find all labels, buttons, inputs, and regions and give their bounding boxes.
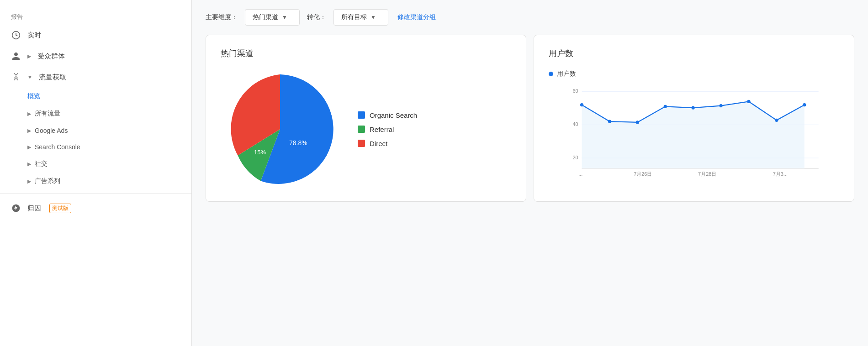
data-point-2: [636, 121, 639, 124]
main-content: 主要维度： 热门渠道 ▼ 转化： 所有目标 ▼ 修改渠道分组 热门渠道: [192, 0, 868, 346]
social-arrow: ▶: [27, 161, 31, 167]
sidebar: 报告 实时 ▶ 受众群体 ▼ 流量获取 概览: [0, 0, 192, 346]
line-chart-container: 60 40 20: [549, 85, 839, 177]
pie-chart-title: 热门渠道: [221, 48, 511, 59]
x-label-3: 7月3...: [773, 171, 788, 177]
pie-legend: Organic Search Referral Direct: [358, 111, 417, 147]
chart-legend-label: 用户数: [557, 70, 576, 78]
pie-chart-svg: 78.8% 15%: [221, 70, 339, 189]
pie-panel-inner: 78.8% 15% Organic Search Referral: [221, 70, 511, 189]
x-label-0: ...: [578, 171, 582, 177]
sidebar-item-all-traffic[interactable]: ▶ 所有流量: [0, 105, 191, 122]
attribution-label: 归因: [27, 204, 41, 213]
x-label-1: 7月26日: [634, 171, 652, 177]
primary-dimension-arrow: ▼: [282, 14, 287, 21]
x-label-2: 7月28日: [698, 171, 716, 177]
y-label-20: 20: [573, 155, 578, 160]
line-chart-panel: 用户数 用户数 60 40 20: [534, 35, 854, 202]
data-point-3: [664, 105, 667, 108]
pie-chart-panel: 热门渠道: [206, 35, 526, 202]
legend-label-referral: Referral: [370, 126, 394, 133]
sidebar-divider: [0, 194, 191, 194]
legend-label-direct: Direct: [370, 140, 387, 147]
conversion-arrow: ▼: [370, 14, 376, 21]
all-traffic-label: 所有流量: [35, 110, 60, 118]
primary-dimension-value: 热门渠道: [253, 13, 278, 21]
line-chart-area: [582, 101, 804, 168]
sidebar-item-social[interactable]: ▶ 社交: [0, 155, 191, 173]
legend-item-referral: Referral: [358, 126, 417, 133]
data-point-8: [803, 103, 806, 106]
conversion-label: 转化：: [307, 13, 326, 21]
y-label-40: 40: [573, 121, 578, 127]
conversion-value: 所有目标: [341, 13, 367, 21]
overview-label: 概览: [27, 92, 40, 100]
legend-color-referral: [358, 126, 365, 133]
acquisition-label: 流量获取: [39, 73, 66, 82]
social-label: 社交: [35, 160, 48, 168]
google-ads-label: Google Ads: [35, 127, 68, 134]
sidebar-section-label: 报告: [0, 9, 191, 25]
sidebar-item-acquisition[interactable]: ▼ 流量获取: [0, 67, 191, 88]
sidebar-item-google-ads[interactable]: ▶ Google Ads: [0, 122, 191, 139]
legend-item-organic: Organic Search: [358, 111, 417, 119]
data-point-1: [608, 120, 611, 123]
line-chart-title: 用户数: [549, 48, 839, 59]
line-chart-svg: 60 40 20: [549, 85, 839, 177]
person-icon: [11, 51, 21, 61]
attribution-badge: 测试版: [49, 204, 71, 213]
pie-label-referral: 15%: [254, 149, 266, 156]
audience-expand-arrow: ▶: [27, 53, 31, 59]
legend-color-organic: [358, 111, 365, 119]
fork-icon: [11, 72, 21, 82]
acquisition-expand-arrow: ▼: [27, 74, 32, 80]
legend-item-direct: Direct: [358, 140, 417, 147]
data-point-0: [580, 103, 583, 106]
panels-row: 热门渠道: [206, 35, 854, 202]
all-traffic-arrow: ▶: [27, 111, 31, 117]
legend-label-organic: Organic Search: [370, 111, 417, 119]
primary-dimension-dropdown[interactable]: 热门渠道 ▼: [245, 9, 300, 26]
clock-icon: [11, 30, 21, 40]
search-console-label: Search Console: [35, 143, 80, 151]
campaigns-label: 广告系列: [35, 177, 60, 185]
line-panel-inner: 用户数 60 40 20: [549, 70, 839, 177]
sidebar-item-search-console[interactable]: ▶ Search Console: [0, 139, 191, 155]
pie-label-organic: 78.8%: [289, 139, 307, 147]
y-label-60: 60: [573, 88, 578, 94]
sidebar-item-campaigns[interactable]: ▶ 广告系列: [0, 173, 191, 190]
chart-legend: 用户数: [549, 70, 839, 78]
toolbar: 主要维度： 热门渠道 ▼ 转化： 所有目标 ▼ 修改渠道分组: [206, 9, 854, 26]
edit-channel-group-link[interactable]: 修改渠道分组: [396, 10, 438, 25]
sidebar-item-attribution[interactable]: 归因 测试版: [0, 198, 191, 219]
attribution-icon: [11, 203, 21, 213]
google-ads-arrow: ▶: [27, 128, 31, 134]
legend-color-direct: [358, 140, 365, 147]
sidebar-item-overview[interactable]: 概览: [0, 88, 191, 105]
realtime-label: 实时: [27, 31, 41, 40]
sidebar-item-realtime[interactable]: 实时: [0, 25, 191, 46]
data-point-6: [747, 100, 750, 103]
primary-dimension-label: 主要维度：: [206, 13, 238, 21]
data-point-5: [719, 104, 722, 107]
conversion-dropdown[interactable]: 所有目标 ▼: [333, 9, 388, 26]
sidebar-item-audience[interactable]: ▶ 受众群体: [0, 46, 191, 67]
campaigns-arrow: ▶: [27, 178, 31, 184]
chart-legend-dot: [549, 72, 553, 76]
data-point-4: [692, 106, 695, 109]
pie-chart-container: 78.8% 15%: [221, 70, 339, 189]
audience-label: 受众群体: [37, 52, 65, 61]
data-point-7: [775, 119, 778, 122]
search-console-arrow: ▶: [27, 144, 31, 150]
